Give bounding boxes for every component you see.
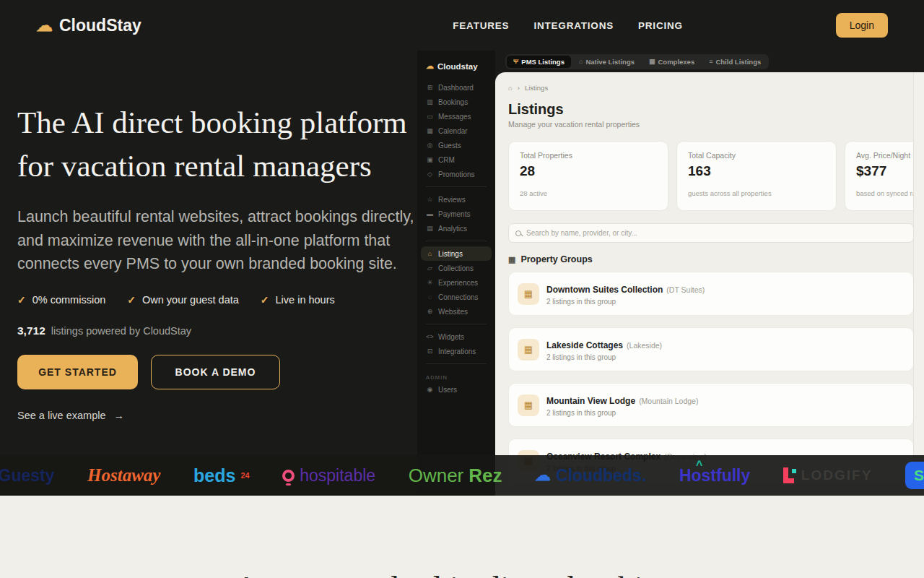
breadcrumb-current: Listings [525,84,548,92]
search-icon [515,230,521,236]
home-icon[interactable]: ⌂ [508,84,513,92]
tab-native-listings[interactable]: ⌂Native Listings [572,56,641,68]
property-groups-header: ▦ Property Groups [508,254,924,264]
building-icon: ▦ [518,283,539,305]
nav-pricing[interactable]: PRICING [638,20,683,31]
brand-name: CloudStay [59,16,141,35]
guesty-logo: ⌂Guesty [0,465,54,486]
live-example-label: See a live example [17,410,106,421]
sidebar-item-dashboard[interactable]: ⊞Dashboard [417,80,495,95]
hero-description: Launch beautiful rental websites, attrac… [17,205,416,275]
login-button[interactable]: Login [836,13,888,38]
group-row-mountain-view-lodge[interactable]: ▦ Mountain View Lodge(Mountain Lodge) 2 … [508,383,914,427]
check-item: ✓ Live in hours [261,294,335,306]
hero-headline: The AI direct booking platform for vacat… [17,101,443,188]
cloudbeds-logo: ☁Cloudbeds. [535,466,646,486]
cloud-icon: ☁ [426,61,434,71]
page-title: Listings [508,101,924,118]
beds24-logo: beds24 [193,465,250,486]
group-tag: (DT Suites) [666,285,705,294]
header: ☁ CloudStay FEATURES INTEGRATIONS PRICIN… [0,0,924,51]
group-tag: (Lakeside) [627,341,662,350]
smoobu-logo: S [905,462,924,489]
hospitable-logo: hospitable [282,466,375,486]
app-window: ☁ Cloudstay ⊞Dashboard ▥Bookings ▭Messag… [417,51,924,496]
hero-section: The AI direct booking platform for vacat… [17,101,443,421]
next-section: A new standard in direct bookings [0,496,924,578]
hospitable-icon [282,470,295,482]
building-icon: ▦ [508,255,515,264]
brand-logo[interactable]: ☁ CloudStay [36,16,141,35]
stat-label: Total Capacity [688,151,825,160]
group-tag: (Mountain Lodge) [639,397,698,405]
sidebar-item-label: Connections [438,293,479,301]
group-row-downtown-suites[interactable]: ▦ Downtown Suites Collection(DT Suites) … [508,272,914,316]
check-icon: ✓ [261,294,269,306]
stat-card-total-capacity: Total Capacity 163 guests across all pro… [676,141,837,211]
stat-card-total-properties: Total Properties 28 28 active [508,141,668,211]
nav-features[interactable]: FEATURES [453,20,509,31]
tab-label: Native Listings [585,58,635,66]
nav-integrations[interactable]: INTEGRATIONS [533,20,614,31]
group-name: Lakeside Cottages [546,340,623,350]
group-sub: 2 listings in this group [546,298,705,306]
sidebar-item-label: Experiences [438,279,478,287]
page-subtitle: Manage your vacation rental properties [508,120,924,129]
tabs-group: ΨPMS Listings ⌂Native Listings ▦Complexe… [505,54,769,69]
hostfully-logo: ^Hostfully [679,466,750,486]
app-brand-name: Cloudstay [437,62,478,71]
search-input[interactable] [526,229,907,237]
get-started-button[interactable]: GET STARTED [17,355,138,389]
tab-label: Child Listings [715,58,761,66]
group-name: Mountain View Lodge [546,396,635,406]
layers-icon: ≡ [709,58,712,65]
stat-card-avg-price: Avg. Price/Night $377 based on synced ra… [845,141,924,211]
stat-value: 28 [520,163,657,179]
cta-row: GET STARTED BOOK A DEMO [17,355,443,389]
hero-checklist: ✓ 0% commission ✓ Own your guest data ✓ … [17,294,443,306]
group-sub: 2 listings in this group [546,409,698,417]
listings-count: 3,712 listings powered by CloudStay [17,324,443,337]
panel-edge [913,72,924,496]
breadcrumb-separator: › [518,84,520,92]
group-sub: 2 listings in this group [546,353,662,361]
building-icon: ▦ [518,339,539,361]
arrow-right-icon: → [114,410,125,421]
book-demo-button[interactable]: BOOK A DEMO [151,355,280,389]
listings-count-text: listings powered by CloudStay [51,325,191,337]
check-icon: ✓ [127,294,136,306]
listings-count-number: 3,712 [17,324,45,337]
building-icon: ▦ [649,58,655,65]
stat-value: 163 [688,163,825,179]
sidebar-item-label: Collections [438,264,474,272]
partner-logo-bar: ⌂Guesty Hostaway beds24 hospitable Owner… [0,455,924,496]
group-row-lakeside-cottages[interactable]: ▦ Lakeside Cottages(Lakeside) 2 listings… [508,327,914,371]
tab-pms-listings[interactable]: ΨPMS Listings [507,56,571,68]
next-section-heading: A new standard in direct bookings [0,569,924,578]
check-icon: ✓ [17,294,26,306]
cloud-icon: ☁ [36,17,53,34]
check-item: ✓ Own your guest data [127,294,239,306]
tab-complexes[interactable]: ▦Complexes [642,56,701,68]
tab-child-listings[interactable]: ≡Child Listings [702,56,767,68]
check-item: ✓ 0% commission [17,294,105,306]
group-name: Downtown Suites Collection [546,285,663,295]
stat-sub: 28 active [520,189,657,197]
live-example-link[interactable]: See a live example → [17,410,124,421]
check-label: 0% commission [32,294,106,306]
sidebar-item-label: Integrations [438,348,476,355]
page: ☁ CloudStay FEATURES INTEGRATIONS PRICIN… [0,0,924,578]
building-icon: ▦ [518,394,539,416]
home-icon: ⌂ [579,58,583,65]
section-title: Property Groups [520,254,592,264]
plug-icon: Ψ [513,58,518,65]
main-nav: FEATURES INTEGRATIONS PRICING [453,20,683,31]
stat-label: Total Properties [520,151,657,160]
tab-label: Complexes [658,58,694,66]
app-sidebar-brand: ☁ Cloudstay [417,56,495,80]
lodgify-icon [783,467,796,483]
app-main: ΨPMS Listings ⌂Native Listings ▦Complexe… [495,51,924,496]
breadcrumb: ⌂ › Listings [508,84,924,92]
lodgify-logo: LODGIFY [783,467,872,483]
hostaway-logo: Hostaway [87,465,160,486]
